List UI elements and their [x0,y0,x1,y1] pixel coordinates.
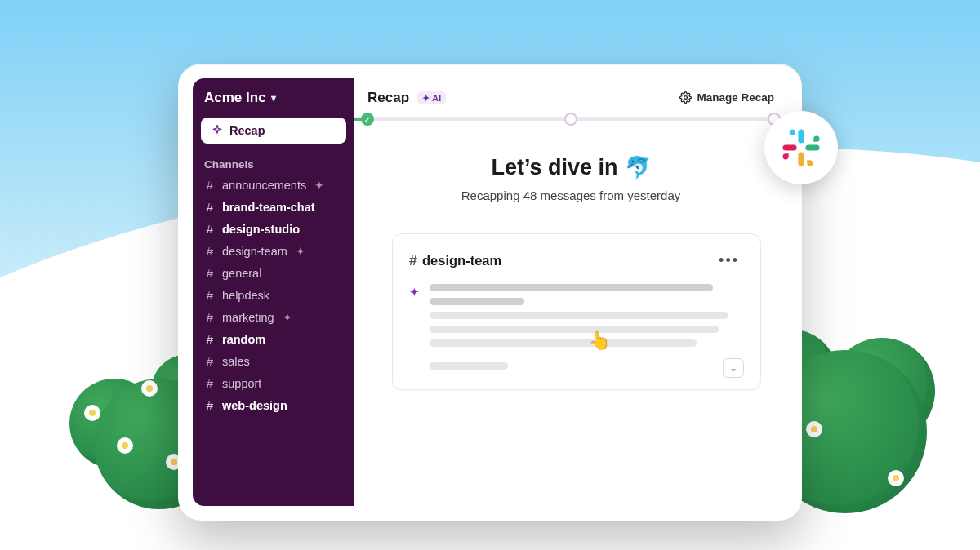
channel-label: brand-team-chat [222,201,315,214]
hash-icon: # [204,398,216,412]
tablet-frame: Acme Inc ▾ Recap Channels #announcements… [178,64,802,521]
sparkle-icon: ✦ [409,285,420,378]
chevron-down-icon: ▾ [271,92,276,104]
ai-badge: ✦ AI [417,91,446,104]
svg-rect-1 [798,130,804,144]
channel-label: announcements [222,179,306,192]
dolphin-icon: 🐬 [625,155,651,180]
hash-icon: # [204,310,216,324]
main-header: Recap ✦ AI Manage Recap [354,78,787,118]
page-title: Recap [368,90,409,106]
sparkle-icon [212,124,223,138]
sidebar-channel-brand-team-chat[interactable]: #brand-team-chat [193,196,354,218]
gear-icon [679,91,692,104]
hash-icon: # [204,266,216,280]
sidebar-channel-random[interactable]: #random [193,328,354,350]
expand-summary-button[interactable]: ⌄ [723,358,744,378]
sidebar-channel-support[interactable]: #support [193,372,354,394]
hash-icon: # [204,376,216,390]
channel-label: helpdesk [222,289,270,302]
channel-label: general [222,267,261,280]
recap-progress-step-2 [564,113,577,126]
hash-icon: # [204,222,216,236]
sidebar-channel-web-design[interactable]: #web-design [193,394,354,416]
hash-icon: # [204,244,216,258]
sparkle-icon: ✦ [296,245,305,258]
channel-label: sales [222,355,250,368]
summary-placeholder-lines: ⌄ [430,284,744,378]
recap-hero: Let’s dive in 🐬 Recapping 48 messages fr… [354,121,787,220]
recap-card[interactable]: # design-team ••• ✦ [392,233,761,390]
manage-recap-label: Manage Recap [697,91,774,104]
recap-progress: ✓ [354,118,787,121]
hash-icon: # [204,288,216,302]
svg-point-0 [684,96,688,100]
main-pane: Recap ✦ AI Manage Recap ✓ [354,78,787,506]
svg-rect-4 [783,144,797,150]
recap-card-header: # design-team ••• [409,249,744,273]
sidebar-channel-helpdesk[interactable]: #helpdesk [193,284,354,306]
sidebar-recap-label: Recap [229,124,265,137]
sidebar-item-recap[interactable]: Recap [201,118,346,144]
ai-badge-text: AI [432,93,441,103]
sidebar: Acme Inc ▾ Recap Channels #announcements… [193,78,354,506]
svg-rect-3 [798,152,804,166]
hash-icon: # [204,354,216,368]
manage-recap-button[interactable]: Manage Recap [679,91,774,104]
sidebar-channel-sales[interactable]: #sales [193,350,354,372]
channel-label: web-design [222,399,287,412]
hero-title: Let’s dive in [491,155,617,180]
sidebar-section-channels: Channels [193,155,354,174]
channel-label: design-studio [222,223,300,236]
channel-list: #announcements✦#brand-team-chat#design-s… [193,174,354,416]
channel-label: marketing [222,311,274,324]
sidebar-channel-design-studio[interactable]: #design-studio [193,218,354,240]
workspace-name: Acme Inc [204,90,266,106]
hash-icon: # [204,178,216,192]
sparkle-icon: ✦ [422,93,430,103]
workspace-switcher[interactable]: Acme Inc ▾ [193,78,354,114]
channel-label: design-team [222,245,287,258]
recap-progress-step-1: ✓ [361,113,374,126]
recap-summary: ✦ ⌄ [409,284,744,378]
hash-icon: # [204,332,216,346]
slack-logo-icon [779,126,823,170]
sidebar-channel-design-team[interactable]: #design-team✦ [193,240,354,262]
sidebar-channel-general[interactable]: #general [193,262,354,284]
channel-label: random [222,333,265,346]
sparkle-icon: ✦ [283,311,292,324]
recap-card-channel: design-team [422,253,501,268]
app-screen: Acme Inc ▾ Recap Channels #announcements… [193,78,787,506]
sparkle-icon: ✦ [314,179,324,192]
channel-label: support [222,377,261,390]
slack-logo-badge [764,111,838,184]
hash-icon: # [204,200,216,214]
sidebar-channel-marketing[interactable]: #marketing✦ [193,306,354,328]
hero-subtitle: Recapping 48 messages from yesterday [371,189,771,202]
sidebar-channel-announcements[interactable]: #announcements✦ [193,174,354,196]
svg-rect-2 [805,144,819,150]
card-more-button[interactable]: ••• [714,249,744,273]
hash-icon: # [409,252,417,269]
